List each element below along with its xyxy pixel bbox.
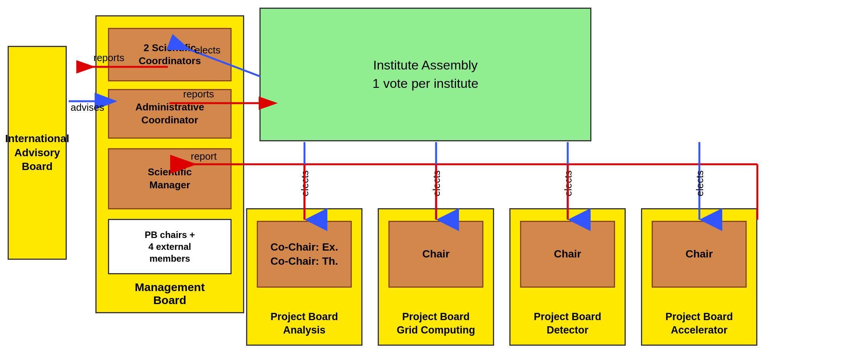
project-board-accelerator: Chair Project BoardAccelerator [641, 208, 757, 346]
management-board-label: Management Board [97, 281, 243, 307]
scientific-coordinators-box: 2 ScientificCoordinators [108, 28, 232, 81]
intl-board-label: InternationalAdvisoryBoard [5, 132, 69, 173]
pb-detector-label: Project BoardDetector [510, 310, 625, 337]
pb-grid-chair: Chair [388, 221, 483, 288]
scientific-manager-label: ScientificManager [148, 166, 192, 192]
pb-analysis-chair: Co-Chair: Ex.Co-Chair: Th. [257, 221, 352, 288]
elects-pb-grid-label: elects [431, 170, 442, 196]
scientific-manager-box: ScientificManager [108, 148, 232, 209]
project-board-detector: Chair Project BoardDetector [509, 208, 626, 346]
institute-assembly-label: Institute Assembly 1 vote per institute [372, 56, 478, 92]
international-advisory-board: InternationalAdvisoryBoard [8, 46, 67, 260]
elects-pb-accelerator-label: elects [694, 170, 705, 196]
pb-detector-chair: Chair [520, 221, 615, 288]
institute-assembly-box: Institute Assembly 1 vote per institute [259, 8, 591, 141]
administrative-coordinator-box: AdministrativeCoordinator [108, 89, 232, 139]
project-board-grid: Chair Project BoardGrid Computing [378, 208, 494, 346]
administrative-coordinator-label: AdministrativeCoordinator [135, 101, 205, 127]
elects-pb-detector-label: elects [562, 170, 574, 196]
pb-accelerator-chair: Chair [652, 221, 747, 288]
pb-grid-label: Project BoardGrid Computing [379, 310, 493, 337]
elects-pb-analysis-label: elects [299, 170, 311, 196]
pb-analysis-label: Project BoardAnalysis [247, 310, 361, 337]
pb-chairs-box: PB chairs +4 externalmembers [108, 219, 232, 274]
pb-chairs-label: PB chairs +4 externalmembers [145, 229, 195, 265]
management-board-container: 2 ScientificCoordinators AdministrativeC… [95, 15, 244, 313]
diagram-container: InternationalAdvisoryBoard 2 ScientificC… [0, 0, 868, 361]
project-board-analysis: Co-Chair: Ex.Co-Chair: Th. Project Board… [246, 208, 362, 346]
pb-accelerator-label: Project BoardAccelerator [642, 310, 756, 337]
scientific-coordinators-label: 2 ScientificCoordinators [138, 42, 201, 68]
